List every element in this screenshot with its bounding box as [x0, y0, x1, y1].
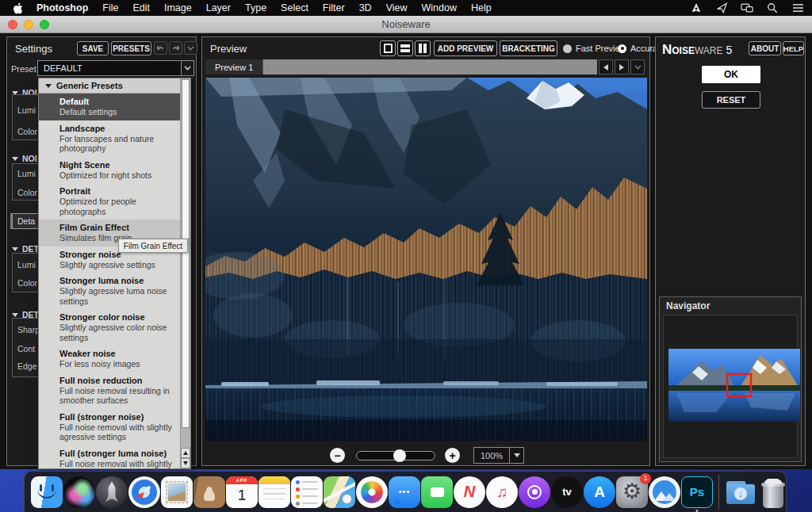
dock-launchpad[interactable] — [96, 476, 128, 508]
running-indicator — [696, 510, 699, 512]
scroll-down-icon[interactable] — [181, 458, 190, 468]
dock-photos[interactable] — [356, 476, 388, 508]
fast-preview-radio[interactable] — [563, 44, 572, 53]
preview-panel: Preview ADD PREVIEW BRACKETING Fast Prev… — [201, 36, 650, 466]
dock-finder[interactable] — [31, 476, 63, 508]
menu-item-file[interactable]: File — [102, 2, 118, 13]
navigator-panel: Navigator — [659, 296, 802, 462]
menu-item-layer[interactable]: Layer — [206, 2, 231, 13]
slider-label: Color — [17, 188, 37, 197]
preset-option-default[interactable]: DefaultDefault settings — [39, 94, 180, 120]
menu-item-3d[interactable]: 3D — [359, 2, 372, 13]
dock-apple-tv[interactable]: tv — [551, 476, 583, 508]
dock-messages[interactable]: ••• — [389, 476, 420, 508]
preset-option-portrait[interactable]: PortraitOptimized for people photographs — [39, 183, 180, 220]
dock-facetime[interactable] — [421, 476, 453, 508]
vertical-split-view-icon[interactable] — [415, 40, 431, 56]
preset-menu-scrollbar[interactable] — [180, 78, 190, 468]
zoom-slider[interactable] — [356, 451, 435, 460]
dock-news[interactable]: N — [454, 476, 485, 508]
dock-app-cleaner[interactable] — [649, 476, 680, 508]
list-icon[interactable] — [791, 2, 804, 14]
bracketing-button[interactable]: BRACKETING — [500, 40, 557, 56]
menu-item-type[interactable]: Type — [245, 2, 266, 13]
window-title: Noiseware — [0, 18, 812, 30]
dock-photoshop[interactable]: Ps — [681, 476, 713, 508]
tab-menu-chevron-icon[interactable] — [630, 59, 645, 75]
slider-label: Edge — [17, 361, 37, 371]
preset-option-night-scene[interactable]: Night SceneOptimized for night shots — [39, 157, 180, 184]
noiseware-logo: NOISEWARE5 — [662, 42, 732, 58]
menu-item-image[interactable]: Image — [164, 2, 192, 13]
dock-notes[interactable] — [259, 476, 290, 508]
dock-safari[interactable] — [128, 476, 160, 508]
menu-item-filter[interactable]: Filter — [323, 2, 345, 13]
tab-next-icon[interactable] — [615, 59, 629, 75]
search-icon[interactable] — [766, 2, 779, 14]
preset-option-full-stronger-noise-[interactable]: Full (stronger noise)Full noise removal … — [39, 409, 180, 445]
dock-siri[interactable] — [63, 476, 95, 508]
dock-reminders[interactable] — [291, 476, 323, 508]
single-view-icon[interactable] — [380, 40, 396, 56]
send-cursor-icon[interactable] — [715, 2, 728, 14]
zoom-dropdown-icon[interactable] — [509, 448, 523, 463]
dock-separator — [718, 475, 719, 510]
zoom-level-select[interactable]: 100% — [473, 447, 524, 464]
section-header[interactable]: NOI — [12, 154, 37, 163]
menu-item-window[interactable]: Window — [422, 2, 457, 13]
desktop-wallpaper: PhotoshopFileEditImageLayerTypeSelectFil… — [0, 0, 812, 512]
preview-tabstrip: Preview 1 — [205, 59, 597, 75]
help-button[interactable]: HELP — [783, 41, 804, 55]
horizontal-split-view-icon[interactable] — [397, 40, 413, 56]
menu-item-select[interactable]: Select — [281, 2, 308, 13]
dock-app-store[interactable]: A — [584, 476, 615, 508]
navigator-body — [663, 315, 798, 458]
notification-badge: 1 — [640, 473, 651, 484]
dock-contacts[interactable] — [193, 476, 225, 508]
preset-option-full-stronger-luma-noise-[interactable]: Full (stronger luma noise)Full noise rem… — [39, 445, 180, 469]
dock-downloads-folder[interactable]: ↓ — [725, 476, 756, 508]
dock-calendar[interactable]: APR1 — [226, 476, 258, 508]
preset-group-header[interactable]: Generic Presets — [39, 78, 190, 94]
reset-button[interactable]: RESET — [702, 91, 760, 109]
about-button[interactable]: ABOUT — [749, 41, 781, 55]
avast-icon[interactable] — [690, 2, 703, 14]
apple-menu-icon[interactable] — [13, 2, 23, 14]
preset-option-full-noise-reduction[interactable]: Full noise reductionFull noise removal r… — [39, 373, 180, 409]
displays-icon[interactable] — [741, 2, 753, 14]
preview-image[interactable] — [205, 78, 647, 441]
dock: APR1 ••• N ♫ tv A ⚙1 Ps ↓ — [24, 471, 787, 512]
dock-system-preferences[interactable]: ⚙1 — [616, 476, 648, 508]
dock-mail[interactable] — [161, 476, 193, 508]
zoom-out-button[interactable]: − — [330, 448, 345, 463]
dock-trash[interactable] — [757, 476, 789, 508]
navigator-title: Navigator — [666, 300, 710, 311]
zoom-level-value: 100% — [474, 451, 509, 460]
scrollbar-thumb[interactable] — [182, 79, 190, 428]
preset-tooltip: Film Grain Effect — [118, 239, 188, 253]
plugin-panel: NOISEWARE5 ABOUT HELP OK RESET Navigator — [655, 36, 806, 466]
window-titlebar[interactable]: Noiseware — [0, 16, 812, 33]
accurate-radio[interactable] — [618, 44, 626, 53]
preset-option-landscape[interactable]: LandscapeFor lanscapes and nature photog… — [39, 120, 180, 157]
preview-title: Preview — [210, 43, 247, 55]
menu-item-photoshop[interactable]: Photoshop — [36, 2, 88, 13]
zoom-slider-knob[interactable] — [393, 449, 406, 462]
zoom-in-button[interactable]: + — [445, 448, 460, 463]
menu-item-help[interactable]: Help — [471, 2, 492, 13]
dock-music[interactable]: ♫ — [486, 476, 518, 508]
scroll-up-icon[interactable] — [181, 448, 190, 458]
menu-item-view[interactable]: View — [386, 2, 408, 13]
preset-option-stronger-luma-noise[interactable]: Stronger luma noiseSlightly agressive lu… — [39, 273, 180, 309]
ok-button[interactable]: OK — [702, 66, 760, 83]
dock-podcasts[interactable] — [519, 476, 550, 508]
preset-option-stronger-color-noise[interactable]: Stronger color noiseSlightly agressive c… — [39, 309, 180, 346]
navigator-thumbnail[interactable] — [668, 349, 800, 422]
dock-maps[interactable] — [324, 476, 355, 508]
preset-option-weaker-noise[interactable]: Weaker noiseFor less noisy images — [39, 346, 180, 373]
menu-item-edit[interactable]: Edit — [132, 2, 150, 13]
tab-prev-icon[interactable] — [599, 59, 613, 75]
add-preview-button[interactable]: ADD PREVIEW — [434, 40, 497, 56]
tab-preview-1[interactable]: Preview 1 — [205, 59, 263, 75]
noiseware-dialog: Settings SAVE PRESETS Preset DEFAULT NOI… — [0, 33, 812, 469]
